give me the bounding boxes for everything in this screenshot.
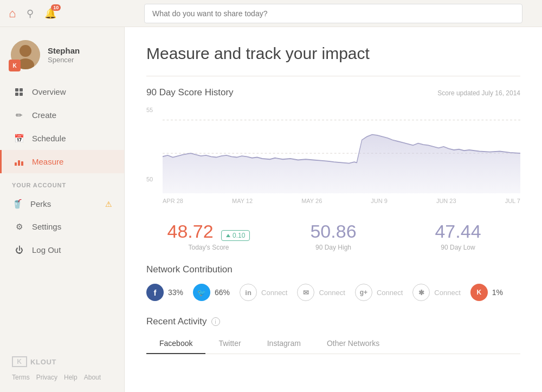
linkedin-connect: Connect (261, 289, 287, 297)
network-klout: K 1% (470, 284, 503, 301)
y-label-50: 50 (146, 176, 153, 182)
today-score-stat: 48.72 0.10 Today's Score (146, 221, 271, 251)
sidebar-label-measure: Measure (32, 157, 63, 166)
high-score-label: 90 Day High (271, 244, 396, 251)
today-score-number: 48.72 (167, 221, 214, 241)
score-history-header: 90 Day Score History Score updated July … (146, 87, 520, 98)
divider (146, 76, 520, 76)
score-change-value: 0.10 (233, 232, 245, 239)
chart-area (163, 107, 520, 193)
network-googleplus[interactable]: g+ Connect (355, 284, 403, 301)
pinterest-connect: Connect (434, 289, 460, 297)
sidebar-footer-links: Terms Privacy Help About (0, 371, 124, 383)
nav-items: Overview ✏ Create 📅 Schedule Measure (0, 80, 124, 173)
x-label-jun23: JUN 23 (436, 198, 456, 204)
sidebar: K Stephan Spencer Overview ✏ Create 📅 Sc… (0, 27, 125, 392)
x-label-apr28: APR 28 (163, 198, 183, 204)
user-subtitle: Spencer (48, 56, 80, 64)
sidebar-item-overview[interactable]: Overview (0, 80, 124, 103)
terms-link[interactable]: Terms (12, 374, 30, 381)
tab-other-networks[interactable]: Other Networks (314, 334, 392, 354)
triangle-up-icon (226, 234, 230, 237)
top-bar: ⌂ ⚲ 🔔 10 (0, 0, 542, 27)
network-twitter: 🐦 66% (193, 284, 230, 301)
network-facebook: f 33% (146, 284, 183, 301)
search-bar-container (133, 4, 533, 23)
klout-pct: 1% (492, 288, 503, 297)
pinterest-icon: ✱ (412, 284, 430, 301)
user-info: Stephan Spencer (48, 45, 80, 64)
x-label-jul7: JUL 7 (505, 198, 520, 204)
grid-icon (14, 88, 24, 96)
score-stats: 48.72 0.10 Today's Score 50.86 90 Day Hi… (146, 217, 520, 264)
sidebar-item-logout[interactable]: ⏻ Log Out (0, 238, 124, 262)
x-label-jun9: JUN 9 (371, 198, 388, 204)
network-email[interactable]: ✉ Connect (297, 284, 345, 301)
high-score-value: 50.86 (271, 221, 396, 241)
settings-label: Settings (32, 222, 61, 231)
googleplus-icon: g+ (355, 284, 372, 301)
main-layout: K Stephan Spencer Overview ✏ Create 📅 Sc… (0, 27, 542, 392)
network-pinterest[interactable]: ✱ Connect (412, 284, 460, 301)
recent-activity-header: Recent Activity i (146, 316, 520, 327)
score-history-title: 90 Day Score History (146, 87, 234, 98)
activity-tabs: Facebook Twitter Instagram Other Network… (146, 334, 520, 354)
score-change-badge: 0.10 (221, 230, 250, 241)
home-icon[interactable]: ⌂ (9, 6, 16, 21)
klout-logo-text: KLOUT (30, 358, 56, 366)
tab-instagram[interactable]: Instagram (254, 334, 314, 354)
notifications-icon[interactable]: 🔔 10 (44, 8, 56, 19)
user-profile: K Stephan Spencer (0, 27, 124, 80)
facebook-pct: 33% (168, 288, 183, 297)
sidebar-item-schedule[interactable]: 📅 Schedule (0, 127, 124, 150)
email-connect: Connect (319, 289, 345, 297)
info-icon[interactable]: i (211, 317, 220, 326)
avatar-container: K (11, 40, 40, 69)
privacy-link[interactable]: Privacy (36, 374, 57, 381)
recent-activity-title: Recent Activity (146, 316, 207, 327)
chart-y-labels: 55 50 (146, 107, 153, 193)
main-content: Measure and track your impact 90 Day Sco… (125, 27, 542, 392)
low-score-stat: 47.44 90 Day Low (396, 221, 520, 251)
your-account-label: YOUR ACCOUNT (0, 173, 124, 193)
bar-chart-icon (14, 158, 24, 166)
x-label-may26: MAY 26 (301, 198, 322, 204)
about-link[interactable]: About (84, 374, 101, 381)
x-label-may12: MAY 12 (232, 198, 253, 204)
sidebar-label-schedule: Schedule (32, 134, 66, 143)
sidebar-item-create[interactable]: ✏ Create (0, 103, 124, 127)
user-name: Stephan (48, 45, 80, 56)
twitter-icon: 🐦 (193, 284, 210, 301)
today-score-label: Today's Score (146, 244, 271, 251)
notification-badge: 10 (51, 4, 61, 11)
chart-container: 55 50 (146, 107, 520, 193)
help-link[interactable]: Help (64, 374, 78, 381)
high-score-stat: 50.86 90 Day High (271, 221, 396, 251)
chart-x-labels: APR 28 MAY 12 MAY 26 JUN 9 JUN 23 JUL 7 (163, 198, 520, 204)
sidebar-item-perks[interactable]: 🥤 Perks ⚠ (0, 193, 124, 215)
top-bar-left: ⌂ ⚲ 🔔 10 (9, 6, 133, 21)
network-linkedin[interactable]: in Connect (240, 284, 287, 301)
search-icon[interactable]: ⚲ (27, 8, 34, 19)
network-contribution-title: Network Contribution (146, 264, 520, 275)
googleplus-connect: Connect (377, 289, 403, 297)
gear-icon: ⚙ (14, 223, 24, 231)
low-score-value: 47.44 (396, 221, 520, 241)
score-updated: Score updated July 16, 2014 (437, 89, 520, 97)
tab-twitter[interactable]: Twitter (205, 334, 254, 354)
calendar-icon: 📅 (14, 134, 24, 143)
sidebar-item-settings[interactable]: ⚙ Settings (0, 215, 124, 238)
sidebar-label-overview: Overview (32, 87, 66, 96)
pencil-icon: ✏ (14, 111, 24, 120)
perks-label: Perks (30, 199, 51, 208)
chart-svg (163, 107, 520, 193)
y-label-55: 55 (146, 107, 153, 113)
sidebar-item-measure[interactable]: Measure (0, 150, 124, 173)
logout-label: Log Out (32, 245, 61, 254)
klout-badge-icon: K (9, 60, 21, 71)
search-input[interactable] (144, 4, 522, 23)
svg-point-1 (20, 45, 31, 57)
tab-facebook[interactable]: Facebook (146, 334, 205, 354)
warning-icon: ⚠ (105, 200, 112, 208)
low-score-label: 90 Day Low (396, 244, 520, 251)
